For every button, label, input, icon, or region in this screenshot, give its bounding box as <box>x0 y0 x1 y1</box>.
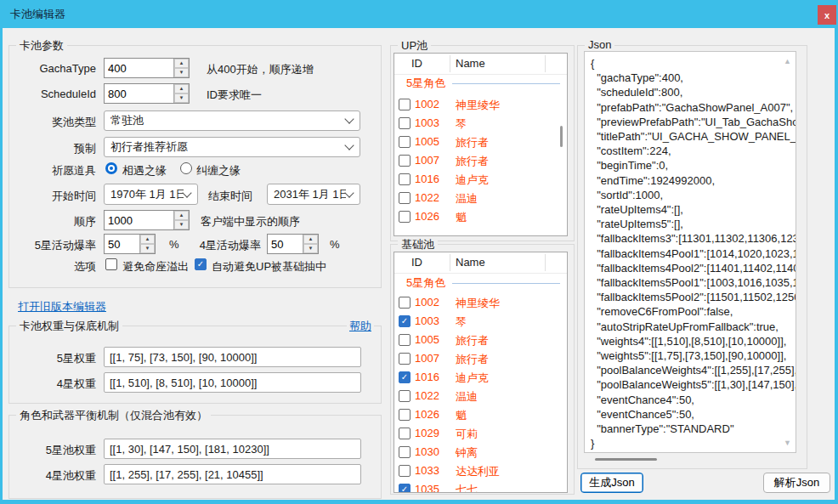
row-checkbox[interactable] <box>399 390 411 402</box>
weight5-input[interactable]: [[1, 75], [73, 150], [90, 10000]] <box>104 347 361 367</box>
radio-encounter-label[interactable]: 相遇之缘 <box>122 163 167 178</box>
hscrollbar-thumb[interactable] <box>595 458 657 461</box>
row-checkbox[interactable] <box>399 192 411 204</box>
column-name[interactable]: Name <box>456 57 485 70</box>
table-row[interactable]: ✓1016迪卢克 <box>394 368 567 387</box>
column-id[interactable]: ID <box>411 57 422 70</box>
scroll-down-icon[interactable]: ▼ <box>784 439 791 447</box>
column-separator[interactable] <box>545 254 546 271</box>
end-time-picker[interactable]: 2031年 1月 1日 <box>267 184 360 205</box>
table-row[interactable]: ✓1003琴 <box>394 312 567 331</box>
row-name: 旅行者 <box>456 154 489 169</box>
column-id[interactable]: ID <box>411 256 422 269</box>
row-checkbox[interactable]: ✓ <box>399 371 411 383</box>
open-legacy-editor-link[interactable]: 打开旧版本编辑器 <box>18 299 106 314</box>
row-checkbox[interactable] <box>399 334 411 346</box>
auto-strip-checkbox[interactable]: ✓ <box>195 258 207 270</box>
row-checkbox[interactable] <box>399 428 411 439</box>
table-row[interactable]: 1022温迪 <box>394 387 567 405</box>
table-row[interactable]: 1002神里绫华 <box>394 293 567 312</box>
row-checkbox[interactable] <box>399 446 411 458</box>
table-row[interactable]: 1005旅行者 <box>394 133 567 151</box>
table-row[interactable]: 1030钟离 <box>394 443 567 462</box>
titlebar[interactable]: 卡池编辑器 x <box>0 0 838 28</box>
radio-intertwined-label[interactable]: 纠缠之缘 <box>196 163 241 178</box>
row-checkbox[interactable] <box>399 465 411 477</box>
weight4-label: 4星权重 <box>8 377 96 392</box>
row-id: 1016 <box>415 173 439 185</box>
spin-up-icon[interactable]: ▲ <box>174 59 189 68</box>
weight4-input[interactable]: [[1, 510], [8, 510], [10, 10000]] <box>104 372 361 393</box>
row-id: 1026 <box>415 408 439 421</box>
preset-select[interactable]: 初行者推荐祈愿 <box>104 137 360 157</box>
row-id: 1005 <box>415 135 439 148</box>
generate-json-button[interactable]: 生成Json <box>580 473 643 493</box>
gachatype-spin-buttons: ▲ ▼ <box>173 59 189 77</box>
pool-weight5-input[interactable]: [[1, 30], [147, 150], [181, 10230]] <box>104 439 361 459</box>
table-row[interactable]: 1033达达利亚 <box>394 462 567 480</box>
chance5-input[interactable] <box>105 235 139 253</box>
close-icon[interactable]: x <box>818 5 836 25</box>
json-textarea[interactable]: { "gachaType":400, "scheduleId":800, "pr… <box>584 51 796 453</box>
spin-down-icon[interactable]: ▼ <box>174 220 189 229</box>
table-row[interactable]: 1022温迪 <box>394 189 567 207</box>
row-checkbox[interactable] <box>399 99 411 110</box>
json-line: "endTime":1924992000, <box>591 173 780 188</box>
parse-json-button[interactable]: 解析Json <box>763 473 830 493</box>
row-checkbox[interactable] <box>399 155 411 167</box>
radio-encounter[interactable] <box>105 162 117 174</box>
table-row[interactable]: ✓1035七七 <box>394 480 567 493</box>
auto-strip-label[interactable]: 自动避免UP被基础抽中 <box>212 259 326 275</box>
spin-up-icon[interactable]: ▲ <box>174 84 189 93</box>
base-pool-group-title: 基础池 <box>398 237 438 252</box>
table-row[interactable]: 1007旅行者 <box>394 151 567 170</box>
row-checkbox[interactable] <box>399 211 411 223</box>
scheduleid-label: ScheduleId <box>8 88 96 100</box>
help-link[interactable]: 帮助 <box>347 319 374 334</box>
pool-params-group-title: 卡池参数 <box>16 38 67 54</box>
radio-intertwined[interactable] <box>180 162 192 174</box>
chance4-input[interactable] <box>268 235 303 253</box>
spin-down-icon[interactable]: ▼ <box>303 244 318 253</box>
column-separator[interactable] <box>450 254 450 271</box>
row-checkbox[interactable] <box>399 173 411 185</box>
row-checkbox[interactable] <box>399 353 411 365</box>
row-checkbox[interactable]: ✓ <box>399 315 411 327</box>
base-pool-table[interactable]: ID Name 5星角色 1002神里绫华✓1003琴1005旅行者1007旅行… <box>394 252 568 493</box>
avoid-constellation-label[interactable]: 避免命座溢出 <box>122 259 189 275</box>
spin-down-icon[interactable]: ▼ <box>140 244 155 253</box>
row-checkbox[interactable] <box>399 297 411 309</box>
row-checkbox[interactable]: ✓ <box>399 484 411 493</box>
json-line: "fallbackItems5Pool1":[1003,1016,1035,10… <box>591 275 780 290</box>
column-separator[interactable] <box>450 55 450 72</box>
row-name: 魈 <box>456 210 467 225</box>
table-row[interactable]: 1003琴 <box>394 114 567 133</box>
table-row[interactable]: 1026魈 <box>394 207 567 226</box>
row-checkbox[interactable] <box>399 117 411 129</box>
spin-down-icon[interactable]: ▼ <box>174 68 189 77</box>
column-name[interactable]: Name <box>456 256 485 269</box>
row-checkbox[interactable] <box>399 136 411 148</box>
pool-weight4-input[interactable]: [[1, 255], [17, 255], [21, 10455]] <box>104 464 361 484</box>
chance5-label: 5星活动爆率 <box>8 238 96 253</box>
spin-up-icon[interactable]: ▲ <box>303 235 318 244</box>
spin-down-icon[interactable]: ▼ <box>174 93 189 103</box>
gachatype-input[interactable] <box>105 59 173 77</box>
table-row[interactable]: 1005旅行者 <box>394 331 567 349</box>
avoid-constellation-checkbox[interactable] <box>105 258 117 270</box>
up-pool-table[interactable]: ID Name 5星角色 1002神里绫华1003琴1005旅行者1007旅行者… <box>394 53 568 236</box>
column-separator[interactable] <box>545 55 546 72</box>
table-row[interactable]: 1002神里绫华 <box>394 95 567 114</box>
spin-up-icon[interactable]: ▲ <box>140 235 155 244</box>
scroll-up-icon[interactable]: ▲ <box>784 57 791 65</box>
table-row[interactable]: 1007旅行者 <box>394 349 567 368</box>
pool-type-select[interactable]: 常驻池 <box>104 110 360 131</box>
table-row[interactable]: 1029可莉 <box>394 424 567 443</box>
table-row[interactable]: 1016迪卢克 <box>394 170 567 189</box>
scheduleid-input[interactable] <box>105 84 173 103</box>
row-checkbox[interactable] <box>399 409 411 421</box>
spin-up-icon[interactable]: ▲ <box>174 211 189 220</box>
sort-input[interactable] <box>105 211 173 229</box>
table-row[interactable]: 1026魈 <box>394 405 567 424</box>
pool-weight4-label: 4星池权重 <box>8 468 96 484</box>
